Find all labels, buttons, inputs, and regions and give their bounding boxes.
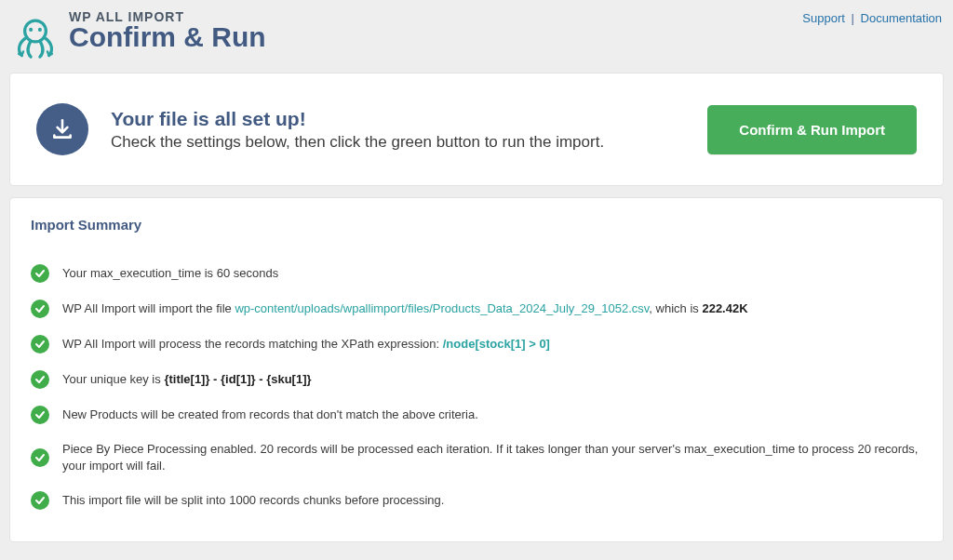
check-icon: [31, 491, 49, 510]
summary-item-new-products: New Products will be created from record…: [31, 406, 922, 424]
check-icon: [31, 300, 49, 318]
brand-block: WP ALL IMPORT Confirm & Run: [11, 9, 266, 61]
support-link[interactable]: Support: [802, 11, 845, 25]
setup-text: Your file is all set up! Check the setti…: [111, 108, 685, 152]
summary-item-piece-processing: Piece By Piece Processing enabled. 20 re…: [31, 441, 922, 474]
download-icon: [36, 103, 88, 155]
brand-text: WP ALL IMPORT Confirm & Run: [69, 9, 266, 52]
top-links: Support | Documentation: [802, 9, 942, 25]
setup-title: Your file is all set up!: [111, 108, 685, 130]
svg-point-2: [38, 28, 42, 32]
check-icon: [31, 406, 49, 424]
summary-item-max-exec: Your max_execution_time is 60 seconds: [31, 264, 922, 283]
summary-text: WP All Import will process the records m…: [62, 336, 550, 353]
link-separator: |: [849, 11, 857, 25]
check-icon: [31, 335, 49, 353]
summary-text: Piece By Piece Processing enabled. 20 re…: [62, 441, 922, 474]
summary-item-chunks: This import file will be split into 1000…: [31, 491, 922, 510]
check-icon: [31, 264, 49, 283]
summary-panel: Import Summary Your max_execution_time i…: [9, 197, 944, 542]
summary-text: Your unique key is {title[1]} - {id[1]} …: [62, 371, 312, 388]
summary-text: Your max_execution_time is 60 seconds: [62, 265, 278, 282]
summary-title: Import Summary: [31, 217, 922, 233]
page-title: Confirm & Run: [69, 22, 266, 52]
summary-item-import-file: WP All Import will import the file wp-co…: [31, 300, 922, 318]
setup-subtitle: Check the settings below, then click the…: [111, 133, 685, 152]
summary-text: WP All Import will import the file wp-co…: [62, 300, 748, 317]
octopus-logo-icon: [11, 13, 60, 61]
check-icon: [31, 448, 49, 467]
svg-point-1: [29, 28, 33, 32]
summary-item-unique-key: Your unique key is {title[1]} - {id[1]} …: [31, 370, 922, 389]
svg-point-0: [25, 20, 47, 42]
page-header: WP ALL IMPORT Confirm & Run Support | Do…: [9, 9, 944, 61]
summary-text: New Products will be created from record…: [62, 407, 478, 423]
summary-text: This import file will be split into 1000…: [62, 492, 444, 509]
check-icon: [31, 370, 49, 389]
confirm-run-import-button[interactable]: Confirm & Run Import: [707, 105, 917, 154]
summary-list: Your max_execution_time is 60 seconds WP…: [31, 264, 922, 510]
import-file-path-link[interactable]: wp-content/uploads/wpallimport/files/Pro…: [235, 301, 649, 315]
setup-panel: Your file is all set up! Check the setti…: [9, 73, 944, 186]
summary-item-xpath: WP All Import will process the records m…: [31, 335, 922, 353]
documentation-link[interactable]: Documentation: [861, 11, 942, 25]
